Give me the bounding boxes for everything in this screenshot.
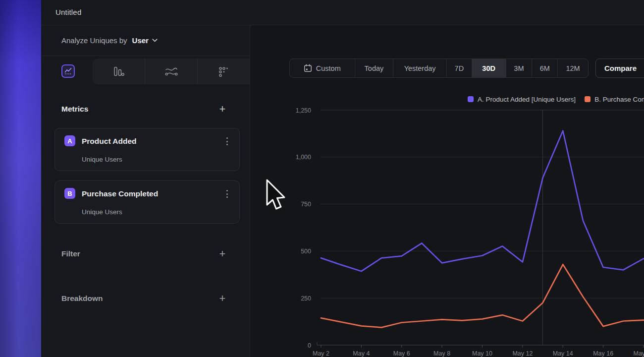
metric-options-button[interactable] (222, 136, 232, 147)
app-header: Untitled (41, 0, 644, 25)
chart-type-tabs (41, 56, 250, 84)
x-tick-label: May 12 (512, 350, 533, 357)
metric-name: Product Added (82, 137, 137, 146)
range-label: 7D (455, 64, 464, 72)
chart-legend: A. Product Added [Unique Users] B. Purch… (468, 95, 644, 104)
add-metric-button[interactable]: + (215, 102, 229, 116)
x-tick-label: May 2 (313, 350, 329, 357)
metric-measurement[interactable]: Unique Users (82, 208, 122, 216)
compare-button[interactable]: Compare (595, 59, 644, 78)
y-tick-label: 250 (301, 295, 311, 302)
metrics-section-title: Metrics (61, 105, 88, 114)
legend-swatch-purple (468, 96, 474, 102)
y-tick-label: 750 (301, 201, 311, 208)
series-line (321, 131, 644, 271)
analyze-entity-value: User (132, 36, 149, 45)
range-label: Today (365, 64, 384, 72)
legend-item-b[interactable]: B. Purchase Completed [Unique Users] (585, 96, 644, 103)
range-12m[interactable]: 12M (557, 59, 588, 77)
x-tick-label: May 18 (634, 350, 644, 357)
range-label: 12M (566, 64, 580, 72)
tab-flow[interactable] (145, 59, 197, 84)
metric-options-button[interactable] (222, 188, 232, 199)
range-3m[interactable]: 3M (506, 59, 532, 77)
range-label: Yesterday (404, 64, 436, 72)
range-label: 6M (540, 64, 550, 72)
flow-icon (165, 67, 178, 76)
range-label: Custom (316, 64, 341, 72)
range-30d[interactable]: 30D (472, 59, 506, 77)
tab-line-chart[interactable] (61, 64, 75, 78)
analyze-row: Analyze Uniques by User (41, 25, 250, 56)
line-chart-icon (64, 67, 72, 75)
query-sidebar: Analyze Uniques by User (41, 25, 250, 357)
x-tick-label: May 16 (593, 350, 613, 357)
chevron-down-icon (152, 39, 158, 42)
tab-segmentation[interactable] (197, 59, 250, 84)
range-6m[interactable]: 6M (532, 59, 557, 77)
y-tick-label: 500 (301, 248, 311, 255)
add-breakdown-button[interactable]: + (215, 292, 229, 305)
range-yesterday[interactable]: Yesterday (393, 59, 446, 77)
left-accent-strip (0, 0, 41, 357)
legend-label: B. Purchase Completed [Unique Users] (594, 96, 644, 103)
x-tick-label: May 4 (353, 350, 370, 357)
dots-grid-icon (218, 66, 229, 77)
legend-item-a[interactable]: A. Product Added [Unique Users] (468, 96, 576, 103)
range-today[interactable]: Today (355, 59, 393, 77)
series-line (321, 264, 644, 327)
analyze-label: Analyze Uniques by (61, 36, 127, 45)
analyze-entity-dropdown[interactable]: User (132, 36, 158, 45)
range-label: 3M (514, 64, 524, 72)
x-tick-label: May 14 (553, 350, 573, 357)
metric-badge-a: A (64, 135, 75, 146)
report-title[interactable]: Untitled (55, 8, 81, 16)
add-filter-button[interactable]: + (215, 247, 229, 261)
tab-bar-chart[interactable] (93, 59, 145, 84)
metric-name: Purchase Completed (82, 189, 158, 198)
chart-type-tab-group (93, 59, 250, 84)
y-tick-label: 1,250 (296, 107, 311, 114)
range-7d[interactable]: 7D (446, 59, 472, 77)
calendar-icon (304, 64, 312, 72)
filter-section-title: Filter (61, 249, 80, 258)
legend-swatch-orange (585, 96, 590, 102)
x-tick-label: May 6 (393, 350, 410, 357)
metric-card-b[interactable]: B Purchase Completed Unique Users (54, 180, 240, 224)
range-custom[interactable]: Custom (290, 59, 355, 77)
date-range-control: Custom Today Yesterday 7D 30D 3M 6M 12M (289, 59, 589, 78)
breakdown-section-title: Breakdown (61, 294, 103, 303)
metric-card-a[interactable]: A Product Added Unique Users (54, 128, 240, 171)
y-tick-label: 0 (308, 342, 311, 349)
x-tick-label: May 10 (472, 350, 492, 357)
y-tick-label: 1,000 (296, 154, 311, 161)
app-window: Untitled Analyze Uniques by User (0, 0, 644, 357)
mouse-cursor (266, 178, 290, 218)
range-label: 30D (482, 64, 495, 72)
bar-chart-icon (113, 66, 124, 77)
metric-badge-b: B (64, 188, 75, 199)
legend-label: A. Product Added [Unique Users] (478, 96, 576, 103)
metric-measurement[interactable]: Unique Users (82, 156, 122, 163)
x-tick-label: May 8 (433, 350, 450, 357)
